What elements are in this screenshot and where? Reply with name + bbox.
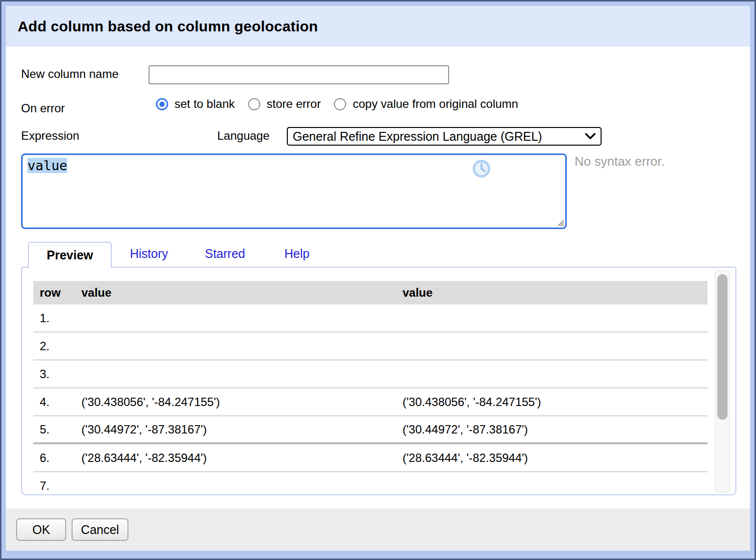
row-number: 5. (33, 423, 75, 436)
preview-table-header: row value value (33, 281, 707, 305)
table-row: 5. ('30.44972', '-87.38167') ('30.44972'… (33, 416, 707, 444)
radio-copy-value-label: copy value from original column (353, 97, 518, 111)
syntax-status-text: No syntax error. (575, 154, 665, 169)
dialog-body: New column name On error set to blank st… (6, 47, 750, 509)
expression-textarea[interactable]: value (21, 153, 567, 229)
language-select[interactable]: General Refine Expression Language (GREL… (287, 127, 602, 146)
new-column-name-input[interactable] (149, 65, 449, 84)
row-number: 1. (33, 311, 75, 325)
textarea-resize-handle[interactable] (556, 219, 564, 227)
radio-store-error-label: store error (267, 97, 321, 111)
row-value1: ('30.438056', '-84.247155') (75, 395, 396, 409)
ok-button[interactable]: OK (16, 518, 66, 541)
row-value2: ('28.63444', '-82.35944') (396, 451, 707, 465)
history-clock-icon (472, 159, 491, 178)
column-header-row: row (33, 286, 75, 300)
new-column-name-label: New column name (21, 67, 119, 81)
cancel-button[interactable]: Cancel (72, 518, 128, 541)
radio-unselected-icon[interactable] (334, 98, 346, 110)
radio-set-to-blank-label: set to blank (175, 97, 235, 111)
table-row: 1. (33, 305, 707, 332)
row-number: 4. (33, 395, 75, 409)
row-number: 7. (33, 479, 75, 493)
expression-text: value (27, 158, 67, 173)
tab-help[interactable]: Help (284, 247, 309, 261)
preview-scrollbar-track[interactable] (715, 271, 730, 492)
table-row: 4. ('30.438056', '-84.247155') ('30.4380… (33, 388, 707, 416)
row-number: 2. (33, 339, 75, 353)
language-label: Language (217, 129, 270, 143)
chevron-down-icon (585, 133, 596, 140)
tab-preview-label: Preview (47, 248, 93, 262)
row-number: 6. (33, 451, 75, 465)
expression-label: Expression (21, 129, 79, 143)
preview-table: row value value 1. 2. (33, 281, 707, 494)
row-value2: ('30.438056', '-84.247155') (396, 395, 707, 409)
tab-preview[interactable]: Preview (28, 242, 112, 268)
dialog-footer: OK Cancel (6, 509, 750, 551)
row-value2: ('30.44972', '-87.38167') (396, 423, 707, 436)
dialog-window: Add column based on column geolocation N… (0, 0, 756, 560)
preview-scrollbar-thumb[interactable] (717, 274, 728, 420)
dialog-title: Add column based on column geolocation (18, 18, 318, 35)
row-value1: ('28.63444', '-82.35944') (75, 451, 396, 465)
dialog-titlebar: Add column based on column geolocation (6, 6, 750, 47)
table-row: 2. (33, 332, 707, 360)
radio-selected-icon[interactable] (156, 98, 168, 110)
table-row: 3. (33, 360, 707, 388)
add-column-geolocation-dialog: Add column based on column geolocation N… (6, 6, 750, 551)
on-error-label: On error (21, 102, 65, 115)
language-select-value: General Refine Expression Language (GREL… (293, 129, 542, 144)
preview-panel: row value value 1. 2. (21, 267, 736, 495)
radio-copy-value[interactable]: copy value from original column (334, 97, 518, 111)
radio-set-to-blank[interactable]: set to blank (156, 97, 235, 111)
radio-store-error[interactable]: store error (248, 97, 321, 111)
tab-history[interactable]: History (130, 247, 168, 261)
row-value1: ('30.44972', '-87.38167') (75, 423, 396, 436)
on-error-radio-group: set to blank store error copy value from… (156, 97, 531, 111)
table-row: 7. (33, 472, 707, 494)
radio-unselected-icon[interactable] (248, 98, 260, 110)
column-header-value1: value (75, 286, 396, 300)
row-number: 3. (33, 367, 75, 381)
tab-starred[interactable]: Starred (205, 247, 245, 261)
table-row: 6. ('28.63444', '-82.35944') ('28.63444'… (33, 444, 707, 472)
column-header-value2: value (396, 286, 707, 300)
